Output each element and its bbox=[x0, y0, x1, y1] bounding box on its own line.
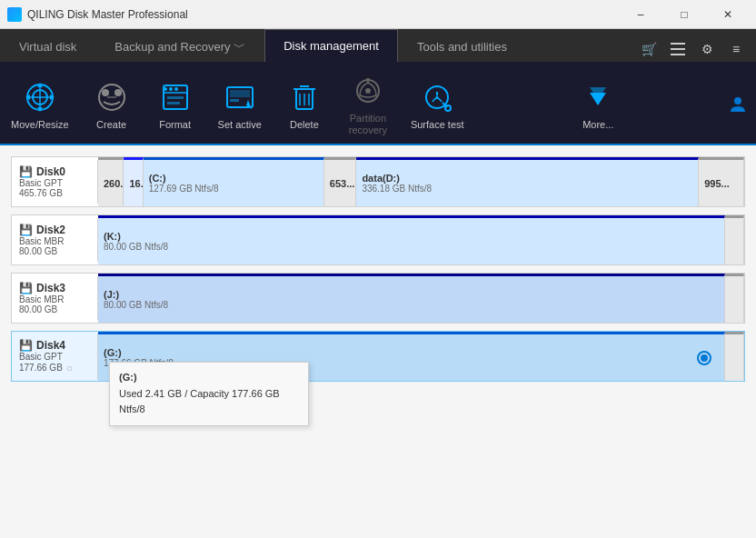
app-icon bbox=[7, 7, 22, 22]
tab-backup-recovery[interactable]: Backup and Recovery ﹀ bbox=[95, 31, 264, 62]
ribbon-move-resize[interactable]: Move/Resize bbox=[0, 75, 80, 134]
partition-recovery-label: Partition recovery bbox=[349, 113, 387, 136]
svg-rect-1 bbox=[671, 48, 685, 50]
disk-row-disk3[interactable]: 💾 Disk3 Basic MBR 80.00 GB (J:) 80.00 GB… bbox=[11, 273, 745, 324]
app-title: QILING Disk Master Professional bbox=[27, 8, 620, 21]
ribbon-partition-recovery: Partition recovery bbox=[336, 69, 400, 140]
disk3-part0[interactable]: (J:) 80.00 GB Ntfs/8 bbox=[98, 274, 725, 323]
tab-tools-utilities[interactable]: Tools and utilities bbox=[398, 31, 526, 62]
ribbon-surface-test[interactable]: Surface test bbox=[400, 75, 475, 134]
tooltip-title: (G:) bbox=[119, 370, 299, 386]
svg-rect-24 bbox=[230, 99, 239, 102]
create-label: Create bbox=[96, 119, 126, 131]
svg-point-43 bbox=[734, 97, 741, 105]
format-icon bbox=[157, 79, 194, 115]
disk3-partitions: (J:) 80.00 GB Ntfs/8 bbox=[98, 274, 744, 323]
move-resize-icon bbox=[22, 79, 58, 115]
partition-tooltip: (G:) Used 2.41 GB / Capacity 177.66 GB N… bbox=[109, 362, 309, 426]
ribbon-format[interactable]: Format bbox=[144, 75, 207, 134]
disk3-icon: 💾 bbox=[19, 282, 33, 294]
tab-virtual-disk[interactable]: Virtual disk bbox=[0, 31, 95, 62]
disk3-size: 80.00 GB bbox=[19, 304, 90, 314]
disk0-part1[interactable]: 16.... bbox=[124, 157, 143, 206]
disk-row-disk2[interactable]: 💾 Disk2 Basic MBR 80.00 GB (K:) 80.00 GB… bbox=[11, 214, 745, 265]
svg-point-33 bbox=[365, 88, 371, 94]
svg-point-20 bbox=[169, 87, 173, 91]
ribbon-create[interactable]: Create bbox=[80, 75, 144, 134]
list-icon[interactable] bbox=[665, 36, 691, 62]
disk2-icon: 💾 bbox=[19, 224, 33, 236]
ribbon-set-active[interactable]: Set active bbox=[207, 75, 273, 134]
disk4-radio-indicator bbox=[697, 351, 711, 365]
tooltip-fs: Ntfs/8 bbox=[119, 402, 299, 418]
format-label: Format bbox=[159, 119, 191, 131]
disk0-part0[interactable]: 260... bbox=[98, 157, 124, 206]
svg-rect-18 bbox=[167, 102, 180, 105]
header-right-icons: 🛒 ⚙ ≡ bbox=[636, 36, 756, 62]
disk4-icon: 💾 bbox=[19, 339, 33, 352]
svg-point-13 bbox=[114, 89, 122, 96]
disk4-part1[interactable] bbox=[725, 332, 744, 381]
svg-point-40 bbox=[445, 105, 451, 111]
hamburger-icon[interactable]: ≡ bbox=[723, 36, 749, 62]
svg-rect-17 bbox=[167, 96, 184, 99]
set-active-icon bbox=[222, 79, 258, 115]
disk0-part5[interactable]: 995... bbox=[699, 157, 744, 206]
disk-row-disk0[interactable]: 💾 Disk0 Basic GPT 465.76 GB 260... 16...… bbox=[11, 156, 745, 207]
disk0-part2[interactable]: (C:) 127.69 GB Ntfs/8 bbox=[144, 157, 324, 206]
disk2-partitions: (K:) 80.00 GB Ntfs/8 bbox=[98, 215, 744, 264]
disk0-partitions: 260... 16.... (C:) 127.69 GB Ntfs/8 653.… bbox=[98, 157, 744, 206]
set-active-label: Set active bbox=[218, 119, 262, 131]
create-icon bbox=[94, 79, 130, 115]
more-label: More... bbox=[582, 119, 613, 131]
svg-point-21 bbox=[174, 87, 178, 91]
move-resize-label: Move/Resize bbox=[11, 119, 69, 131]
disk3-part1[interactable] bbox=[725, 274, 744, 323]
window-controls: – □ ✕ bbox=[620, 0, 749, 29]
disk4-type: Basic GPT bbox=[19, 352, 90, 362]
gear-icon[interactable]: ⚙ bbox=[694, 36, 720, 62]
disk2-part1[interactable] bbox=[725, 215, 744, 264]
svg-rect-2 bbox=[671, 54, 685, 55]
close-button[interactable]: ✕ bbox=[707, 0, 749, 29]
disk4-circle: ○ bbox=[66, 362, 73, 374]
partition-recovery-icon bbox=[350, 73, 386, 109]
disk2-part0[interactable]: (K:) 80.00 GB Ntfs/8 bbox=[98, 215, 725, 264]
disk4-info: 💾 Disk4 Basic GPT 177.66 GB ○ bbox=[12, 334, 98, 380]
disk0-part4[interactable]: data(D:) 336.18 GB Ntfs/8 bbox=[356, 157, 699, 206]
svg-rect-23 bbox=[230, 90, 250, 97]
delete-icon bbox=[286, 79, 323, 115]
disk0-part3[interactable]: 653... bbox=[324, 157, 357, 206]
ribbon-more[interactable]: More... bbox=[569, 75, 627, 134]
disk4-size-row: 177.66 GB ○ bbox=[19, 362, 90, 374]
more-icon bbox=[580, 79, 616, 115]
title-bar: QILING Disk Master Professional – □ ✕ bbox=[0, 0, 756, 29]
surface-test-label: Surface test bbox=[411, 119, 464, 131]
cart-icon[interactable]: 🛒 bbox=[636, 36, 662, 62]
svg-point-12 bbox=[102, 89, 109, 96]
disk0-info: 💾 Disk0 Basic GPT 465.76 GB bbox=[12, 160, 98, 204]
svg-point-19 bbox=[164, 87, 167, 91]
minimize-button[interactable]: – bbox=[620, 0, 662, 29]
disk3-type: Basic MBR bbox=[19, 294, 90, 304]
disk2-info: 💾 Disk2 Basic MBR 80.00 GB bbox=[12, 218, 98, 262]
disk0-icon: 💾 bbox=[19, 165, 33, 178]
tooltip-used: Used 2.41 GB / Capacity 177.66 GB bbox=[119, 386, 299, 403]
maximize-button[interactable]: □ bbox=[663, 0, 705, 29]
disk-content-area: 💾 Disk0 Basic GPT 465.76 GB 260... 16...… bbox=[0, 145, 756, 538]
disk2-size: 80.00 GB bbox=[19, 246, 90, 256]
main-tab-bar: Virtual disk Backup and Recovery ﹀ Disk … bbox=[0, 29, 756, 62]
delete-label: Delete bbox=[290, 119, 319, 131]
disk3-info: 💾 Disk3 Basic MBR 80.00 GB bbox=[12, 276, 98, 320]
surface-test-icon bbox=[419, 79, 455, 115]
person-icon[interactable] bbox=[729, 95, 747, 114]
disk0-type: Basic GPT bbox=[19, 178, 90, 188]
tab-disk-management[interactable]: Disk management bbox=[264, 29, 398, 62]
disk2-type: Basic MBR bbox=[19, 236, 90, 246]
ribbon-delete[interactable]: Delete bbox=[273, 75, 336, 134]
disk0-size: 465.76 GB bbox=[19, 188, 90, 198]
ribbon-toolbar: Move/Resize Create bbox=[0, 62, 756, 145]
svg-rect-0 bbox=[671, 43, 685, 45]
